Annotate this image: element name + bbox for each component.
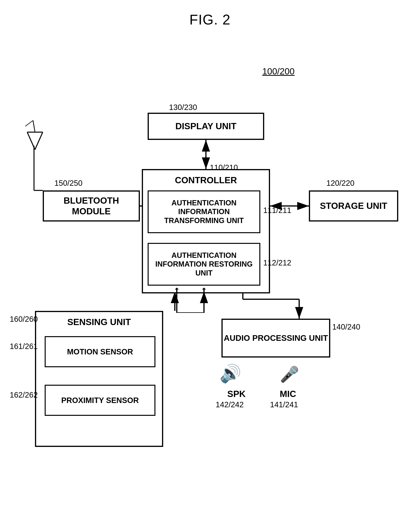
sensing-ref: 160/260 xyxy=(10,315,38,324)
antenna-icon xyxy=(15,117,54,155)
bluetooth-box: BLUETOOTH MODULE xyxy=(43,190,140,221)
speaker-icon: 🔊 xyxy=(219,363,241,384)
svg-marker-18 xyxy=(175,287,179,290)
sensing-to-controller-lines xyxy=(165,287,223,313)
svg-line-15 xyxy=(33,120,35,132)
controller-ref: 110/210 xyxy=(210,163,238,172)
auth-transform-ref: 111/211 xyxy=(263,206,291,215)
svg-line-13 xyxy=(35,132,43,150)
auth-transform-box: AUTHENTICATION INFORMATION TRANSFORMING … xyxy=(148,190,260,233)
controller-label: CONTROLLER xyxy=(142,175,270,185)
diagram: FIG. 2 100/200 xyxy=(0,0,420,512)
storage-unit-box: STORAGE UNIT xyxy=(309,190,398,221)
mic-ref: 141/241 xyxy=(270,400,298,409)
svg-marker-20 xyxy=(202,287,206,290)
storage-ref: 120/220 xyxy=(326,179,354,188)
display-ref: 130/230 xyxy=(169,103,197,112)
audio-processing-box: AUDIO PROCESSING UNIT xyxy=(221,319,330,358)
main-ref-label: 100/200 xyxy=(262,66,294,76)
sensing-unit-box xyxy=(35,311,163,447)
svg-line-16 xyxy=(25,120,33,126)
mic-icon: 🎤 xyxy=(280,365,299,384)
fig-title: FIG. 2 xyxy=(189,12,231,28)
motion-sensor-ref: 161/261 xyxy=(10,342,38,351)
bluetooth-ref: 150/250 xyxy=(54,179,82,188)
motion-sensor-box: MOTION SENSOR xyxy=(45,336,155,367)
sensing-unit-label: SENSING UNIT xyxy=(35,317,163,327)
proximity-ref: 162/262 xyxy=(10,391,38,399)
mic-label: MIC xyxy=(280,389,296,399)
display-unit-box: DISPLAY UNIT xyxy=(148,113,264,140)
audio-ref: 140/240 xyxy=(332,323,360,331)
auth-restore-ref: 112/212 xyxy=(263,258,291,267)
svg-line-12 xyxy=(27,132,35,150)
proximity-sensor-box: PROXIMITY SENSOR xyxy=(45,385,155,416)
auth-restore-box: AUTHENTICATION INFORMATION RESTORING UNI… xyxy=(148,243,260,286)
spk-label: SPK xyxy=(227,389,246,399)
spk-ref: 142/242 xyxy=(216,400,244,409)
